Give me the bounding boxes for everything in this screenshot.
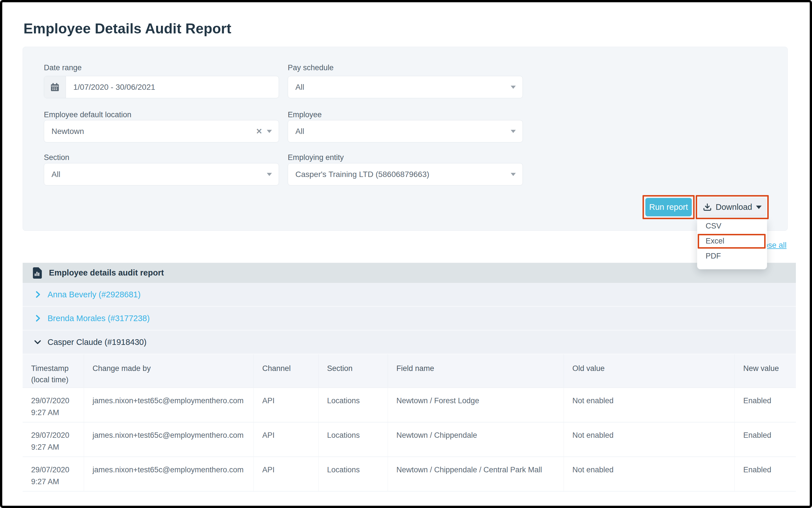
chevron-right-icon <box>33 290 42 299</box>
chevron-down-icon <box>511 130 516 133</box>
cell-new-value: Enabled <box>735 457 796 491</box>
column-header: Timestamp (local time) <box>22 354 84 387</box>
column-header: Field name <box>388 354 564 387</box>
pay-schedule-select[interactable]: All <box>288 76 523 98</box>
chevron-down-icon <box>267 173 272 176</box>
chevron-down-icon <box>267 130 272 133</box>
report-header-bar: Employee details audit report <box>22 263 796 283</box>
page-title: Employee Details Audit Report <box>23 20 231 37</box>
filters-panel: Date range 1/07/2020 - 30/06/2021 Pay sc… <box>22 47 788 231</box>
cell-section: Locations <box>319 422 388 457</box>
employee-row-brenda-morales[interactable]: Brenda Morales (#3177238) <box>22 307 796 331</box>
download-icon <box>703 203 712 212</box>
employee-select[interactable]: All <box>288 120 523 142</box>
date-range-value: 1/07/2020 - 30/06/2021 <box>73 83 155 92</box>
cell-section: Locations <box>319 388 388 422</box>
cell-old-value: Not enabled <box>564 457 735 491</box>
cell-change-made-by: james.nixon+test65c@employmenthero.com <box>84 457 254 491</box>
column-header: Old value <box>564 354 735 387</box>
download-label: Download <box>716 203 752 212</box>
app-window: Employee Details Audit Report Date range… <box>0 0 812 508</box>
employing-entity-label: Employing entity <box>288 153 344 162</box>
employee-row-anna-beverly[interactable]: Anna Beverly (#2928681) <box>22 283 796 307</box>
download-menu-item-csv[interactable]: CSV <box>697 219 767 234</box>
download-menu-item-pdf[interactable]: PDF <box>697 249 767 264</box>
cell-section: Locations <box>319 457 388 491</box>
employing-entity-value: Casper's Training LTD (58606879663) <box>295 170 429 179</box>
table-row: 29/07/2020 9:27 AM james.nixon+test65c@e… <box>22 422 796 457</box>
pay-schedule-value: All <box>295 83 304 92</box>
employee-default-location-value: Newtown <box>51 127 84 136</box>
chevron-right-icon <box>33 314 42 323</box>
cell-old-value: Not enabled <box>564 422 735 457</box>
column-header: New value <box>735 354 796 387</box>
chevron-down-icon <box>511 173 516 176</box>
cell-old-value: Not enabled <box>564 388 735 422</box>
column-header: Change made by <box>84 354 254 387</box>
cell-field-name: Newtown / Forest Lodge <box>388 388 564 422</box>
download-menu-item-excel[interactable]: Excel <box>697 234 767 249</box>
employee-name: Brenda Morales (#3177238) <box>48 314 150 323</box>
table-row: 29/07/2020 9:27 AM james.nixon+test65c@e… <box>22 457 796 492</box>
caret-down-icon <box>756 206 762 209</box>
cell-channel: API <box>254 422 319 457</box>
employee-name: Casper Claude (#1918430) <box>48 338 147 347</box>
employee-label: Employee <box>288 111 322 119</box>
download-menu: CSV Excel PDF <box>697 219 767 269</box>
column-header: Section <box>319 354 388 387</box>
date-range-label: Date range <box>44 64 82 72</box>
chevron-down-icon <box>33 338 42 346</box>
run-report-button[interactable]: Run report <box>646 198 692 216</box>
cell-channel: API <box>254 457 319 491</box>
column-header: Channel <box>254 354 319 387</box>
cell-new-value: Enabled <box>735 422 796 457</box>
cell-timestamp: 29/07/2020 9:27 AM <box>22 422 84 457</box>
download-button[interactable]: Download <box>699 198 766 216</box>
table-row: 29/07/2020 9:27 AM james.nixon+test65c@e… <box>22 388 796 422</box>
pay-schedule-label: Pay schedule <box>288 64 334 72</box>
employee-name: Anna Beverly (#2928681) <box>48 290 141 299</box>
section-label: Section <box>44 153 69 162</box>
cell-new-value: Enabled <box>735 388 796 422</box>
run-report-label: Run report <box>649 203 688 212</box>
employing-entity-select[interactable]: Casper's Training LTD (58606879663) <box>288 163 523 185</box>
clear-icon[interactable]: ✕ <box>256 127 262 135</box>
date-range-input[interactable]: 1/07/2020 - 30/06/2021 <box>44 76 279 98</box>
cell-change-made-by: james.nixon+test65c@employmenthero.com <box>84 422 254 457</box>
report-doc-icon <box>32 267 42 279</box>
employee-row-casper-claude[interactable]: Casper Claude (#1918430) <box>22 331 796 354</box>
cell-timestamp: 29/07/2020 9:27 AM <box>22 457 84 491</box>
section-value: All <box>51 170 60 179</box>
employee-default-location-label: Employee default location <box>44 111 131 119</box>
report-section: Employee details audit report Anna Bever… <box>22 263 796 492</box>
cell-timestamp: 29/07/2020 9:27 AM <box>22 388 84 422</box>
calendar-icon <box>44 76 66 98</box>
employee-value: All <box>295 127 304 136</box>
cell-field-name: Newtown / Chippendale <box>388 422 564 457</box>
cell-change-made-by: james.nixon+test65c@employmenthero.com <box>84 388 254 422</box>
section-select[interactable]: All <box>44 163 279 185</box>
cell-field-name: Newtown / Chippendale / Central Park Mal… <box>388 457 564 491</box>
chevron-down-icon <box>511 86 516 89</box>
report-section-title: Employee details audit report <box>49 268 164 278</box>
audit-table-header: Timestamp (local time) Change made by Ch… <box>22 354 796 388</box>
employee-default-location-select[interactable]: Newtown ✕ <box>44 120 279 142</box>
cell-channel: API <box>254 388 319 422</box>
